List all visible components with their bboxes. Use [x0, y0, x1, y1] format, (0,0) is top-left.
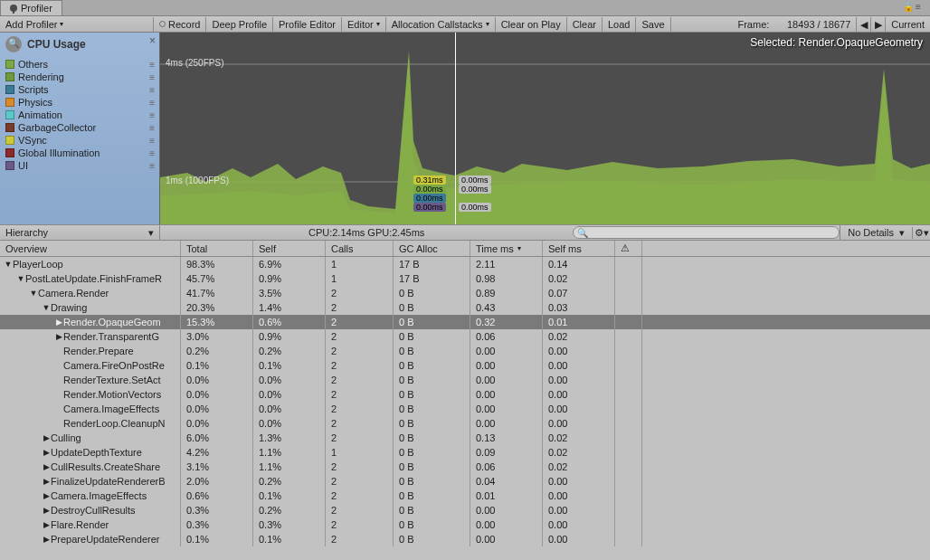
row-self: 0.6%	[253, 315, 326, 329]
drag-handle-icon[interactable]: ≡	[149, 110, 154, 120]
record-button[interactable]: Record	[154, 17, 206, 32]
expander-icon[interactable]: ▶	[42, 448, 51, 457]
row-selfms: 0.02	[543, 329, 615, 344]
header-warn[interactable]: ⚠	[615, 241, 642, 256]
table-row[interactable]: ▼Camera.Render 41.7% 3.5% 2 0 B 0.89 0.0…	[0, 286, 930, 300]
profiler-tab[interactable]: Profiler	[0, 0, 62, 15]
expander-icon[interactable]: ▶	[42, 491, 51, 500]
header-self[interactable]: Self	[253, 241, 326, 256]
row-selfms: 0.00	[543, 402, 615, 416]
expander-icon[interactable]: ▶	[42, 506, 51, 515]
drag-handle-icon[interactable]: ≡	[149, 136, 154, 146]
expander-icon[interactable]: ▶	[54, 318, 63, 327]
legend-item[interactable]: Others≡	[0, 58, 159, 71]
table-row[interactable]: ▶Culling 6.0% 1.3% 2 0 B 0.13 0.02	[0, 431, 930, 445]
row-name: Camera.FireOnPostRe	[63, 360, 165, 371]
expander-icon[interactable]: ▶	[42, 477, 51, 486]
table-row[interactable]: ▶DestroyCullResults 0.3% 0.2% 2 0 B 0.00…	[0, 503, 930, 517]
deep-profile-button[interactable]: Deep Profile	[206, 17, 273, 32]
expander-icon[interactable]: ▼	[42, 303, 51, 312]
legend-item[interactable]: GarbageCollector≡	[0, 121, 159, 134]
editor-dropdown[interactable]: Editor	[342, 17, 386, 32]
header-calls[interactable]: Calls	[326, 241, 394, 256]
table-row[interactable]: Camera.FireOnPostRe 0.1% 0.1% 2 0 B 0.00…	[0, 358, 930, 373]
hierarchy-dropdown[interactable]: Hierarchy▾	[0, 225, 160, 240]
current-button[interactable]: Current	[885, 17, 930, 32]
menu-icon[interactable]: ≡	[916, 2, 926, 11]
graph-area[interactable]: Selected: Render.OpaqueGeometry 4ms (250…	[160, 33, 930, 224]
table-row[interactable]: ▶UpdateDepthTexture 4.2% 1.1% 1 0 B 0.09…	[0, 445, 930, 460]
expander-icon[interactable]: ▶	[42, 433, 51, 442]
table-row[interactable]: ▶PrepareUpdateRenderer 0.1% 0.1% 2 0 B 0…	[0, 532, 930, 546]
search-input[interactable]	[573, 226, 840, 239]
legend-item[interactable]: Physics≡	[0, 96, 159, 109]
load-button[interactable]: Load	[603, 17, 636, 32]
clear-button[interactable]: Clear	[567, 17, 603, 32]
row-selfms: 0.14	[543, 257, 615, 271]
header-selfms[interactable]: Self ms	[543, 241, 615, 256]
selected-label: Selected: Render.OpaqueGeometry	[750, 36, 923, 49]
table-row[interactable]: Camera.ImageEffects 0.0% 0.0% 2 0 B 0.00…	[0, 402, 930, 416]
table-row[interactable]: ▼PostLateUpdate.FinishFrameR 45.7% 0.9% …	[0, 271, 930, 286]
table-row[interactable]: ▶Flare.Render 0.3% 0.3% 2 0 B 0.00 0.00	[0, 517, 930, 532]
record-icon	[159, 21, 166, 27]
table-row[interactable]: RenderLoop.CleanupN 0.0% 0.0% 2 0 B 0.00…	[0, 416, 930, 431]
no-details-dropdown[interactable]: No Details▾	[840, 225, 912, 240]
drag-handle-icon[interactable]: ≡	[149, 60, 154, 70]
profile-editor-button[interactable]: Profile Editor	[273, 17, 342, 32]
row-name: DestroyCullResults	[51, 505, 136, 516]
row-total: 6.0%	[181, 431, 253, 445]
row-selfms: 0.00	[543, 373, 615, 387]
expander-icon[interactable]: ▶	[54, 332, 63, 341]
table-row[interactable]: ▶Render.OpaqueGeom 15.3% 0.6% 2 0 B 0.32…	[0, 315, 930, 329]
header-time[interactable]: Time ms▾	[470, 241, 543, 256]
alloc-callstacks-dropdown[interactable]: Allocation Callstacks	[386, 17, 496, 32]
row-calls: 1	[326, 271, 394, 286]
drag-handle-icon[interactable]: ≡	[149, 148, 154, 158]
header-gc[interactable]: GC Alloc	[394, 241, 470, 256]
legend-item[interactable]: Global Illumination≡	[0, 147, 159, 159]
drag-handle-icon[interactable]: ≡	[149, 98, 154, 108]
row-warn	[615, 271, 642, 286]
drag-handle-icon[interactable]: ≡	[149, 85, 154, 95]
table-row[interactable]: ▶Render.TransparentG 3.0% 0.9% 2 0 B 0.0…	[0, 329, 930, 344]
table-row[interactable]: ▶CullResults.CreateShare 3.1% 1.1% 2 0 B…	[0, 460, 930, 474]
expander-icon[interactable]: ▼	[16, 274, 25, 283]
playhead[interactable]	[455, 33, 456, 224]
close-icon[interactable]: ×	[149, 34, 156, 47]
legend-item[interactable]: Scripts≡	[0, 83, 159, 96]
expander-icon[interactable]: ▼	[29, 289, 38, 298]
table-row[interactable]: ▼Drawing 20.3% 1.4% 2 0 B 0.43 0.03	[0, 300, 930, 315]
row-time: 0.00	[470, 503, 543, 517]
legend-item[interactable]: UI≡	[0, 159, 159, 172]
drag-handle-icon[interactable]: ≡	[149, 72, 154, 82]
table-row[interactable]: Render.Prepare 0.2% 0.2% 2 0 B 0.00 0.00	[0, 344, 930, 358]
frame-next-button[interactable]: ▶	[870, 17, 885, 32]
lock-icon[interactable]: 🔒	[903, 2, 914, 11]
save-button[interactable]: Save	[636, 17, 670, 32]
drag-handle-icon[interactable]: ≡	[149, 161, 154, 171]
legend-item[interactable]: Animation≡	[0, 109, 159, 121]
add-profiler-dropdown[interactable]: Add Profiler	[0, 17, 154, 32]
clear-on-play-button[interactable]: Clear on Play	[496, 17, 567, 32]
table-row[interactable]: Render.MotionVectors 0.0% 0.0% 2 0 B 0.0…	[0, 387, 930, 402]
legend-item[interactable]: Rendering≡	[0, 71, 159, 83]
table-row[interactable]: ▼PlayerLoop 98.3% 6.9% 1 17 B 2.11 0.14	[0, 257, 930, 271]
expander-icon[interactable]: ▶	[42, 520, 51, 529]
row-time: 0.00	[470, 416, 543, 431]
expander-icon[interactable]: ▼	[4, 260, 13, 269]
drag-handle-icon[interactable]: ≡	[149, 123, 154, 133]
gear-icon[interactable]: ⚙▾	[912, 227, 930, 239]
expander-icon[interactable]: ▶	[42, 535, 51, 544]
header-overview[interactable]: Overview	[0, 241, 181, 256]
expander-icon[interactable]: ▶	[42, 462, 51, 471]
row-gc: 0 B	[394, 474, 470, 489]
frame-prev-button[interactable]: ◀	[856, 17, 870, 32]
table-area[interactable]: ▼PlayerLoop 98.3% 6.9% 1 17 B 2.11 0.14 …	[0, 257, 930, 560]
table-row[interactable]: ▶Camera.ImageEffects 0.6% 0.1% 2 0 B 0.0…	[0, 489, 930, 503]
legend-item[interactable]: VSync≡	[0, 134, 159, 147]
table-row[interactable]: ▶FinalizeUpdateRendererB 2.0% 0.2% 2 0 B…	[0, 474, 930, 489]
legend-label: Others	[18, 59, 48, 70]
table-row[interactable]: RenderTexture.SetAct 0.0% 0.0% 2 0 B 0.0…	[0, 373, 930, 387]
header-total[interactable]: Total	[181, 241, 253, 256]
